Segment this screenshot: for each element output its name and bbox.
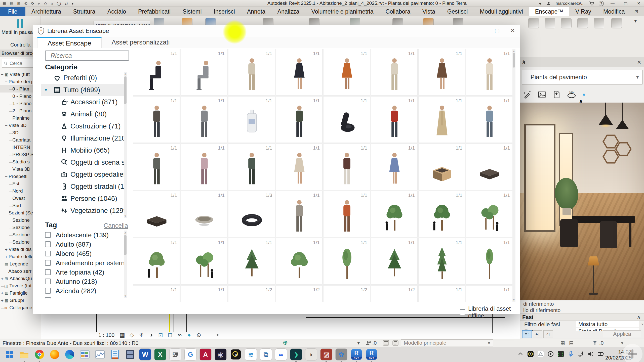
asset-search-box[interactable]	[45, 51, 129, 61]
notepad[interactable]	[109, 349, 121, 360]
design-options-select[interactable]: Modello principale ▾	[401, 339, 493, 346]
asset-card[interactable]: 1/2	[371, 285, 418, 302]
asset-card[interactable]: 1/1	[371, 144, 418, 190]
tag-clipped[interactable]	[41, 296, 127, 298]
design-options-icon[interactable]	[392, 340, 398, 346]
chevron-down-icon[interactable]: ▾	[357, 340, 360, 346]
asset-card[interactable]: 1/1	[323, 96, 370, 143]
settings-gear[interactable]: ✿	[336, 349, 347, 360]
offline-library-option[interactable]: Libreria di asset offline	[460, 305, 520, 319]
customize-qat-icon[interactable]: ▾	[72, 0, 74, 7]
chevron-down-icon[interactable]: ▾	[621, 340, 624, 346]
chevron-up-icon[interactable]	[517, 351, 524, 358]
filmora[interactable]: ❯	[290, 349, 302, 360]
asset-card[interactable]: 1/1	[133, 144, 180, 190]
vray-icon-1[interactable]	[528, 18, 539, 28]
asset-card[interactable]: 1/1	[323, 191, 370, 237]
asset-card[interactable]: 1/1	[228, 96, 275, 143]
tag-autunno-218-[interactable]: Autunno (218)	[41, 277, 127, 286]
category-animali-30-[interactable]: Animali (30)	[41, 108, 127, 120]
chevron-down-icon[interactable]: ∨	[582, 92, 586, 98]
tab-volumetrie-e-planimetria[interactable]: Volumetrie e planimetria	[305, 7, 380, 16]
edge[interactable]	[64, 349, 75, 360]
asset-card[interactable]: 1/1	[133, 285, 180, 302]
asset-card[interactable]: 1/1	[466, 49, 513, 96]
asset-card[interactable]: 1/1	[418, 285, 465, 302]
asset-card[interactable]: 1/2	[228, 285, 275, 302]
asset-card[interactable]: 1/1	[133, 238, 180, 285]
help-icon[interactable]: ?	[599, 1, 604, 6]
shadows-icon[interactable]: ◑	[147, 332, 155, 338]
file-explorer[interactable]	[19, 349, 30, 360]
tab-inserisci[interactable]: Inserisci	[208, 7, 241, 16]
windows-start[interactable]	[4, 349, 15, 360]
volume-icon[interactable]	[588, 351, 594, 358]
asset-card[interactable]: 1/1	[371, 191, 418, 237]
grid-scrollbar[interactable]: ∧ ∨	[512, 49, 515, 302]
vray-icon-5[interactable]	[594, 18, 604, 28]
dialog-title-bar[interactable]: Libreria Asset Enscape — ▢ ✕	[33, 25, 520, 37]
asset-card[interactable]: 1/2	[323, 285, 370, 302]
home-icon[interactable]: ⌂	[51, 0, 53, 7]
tag-checkbox[interactable]	[45, 251, 51, 256]
asset-card[interactable]: 1/1	[276, 144, 323, 190]
phases-section-header[interactable]: Fasi ∧	[520, 313, 644, 321]
asset-card[interactable]: 1/1	[276, 238, 323, 285]
tab-modifica[interactable]: Modifica	[597, 7, 631, 16]
save-icon[interactable]: ▤	[10, 0, 13, 7]
asset-card[interactable]: 1/1	[181, 49, 227, 96]
clear-tags-link[interactable]: Cancella	[104, 222, 128, 229]
temporary-view-icon[interactable]: ●	[185, 332, 193, 338]
project-search-input[interactable]	[9, 60, 34, 66]
tab-file[interactable]: File	[0, 7, 25, 16]
sort-az-button[interactable]: A↓	[533, 330, 542, 338]
view-scale[interactable]: 1 : 100	[98, 332, 114, 338]
vray-icon-3[interactable]	[561, 18, 572, 28]
minimize-button[interactable]: —	[608, 1, 617, 6]
render-settings-icon[interactable]: ≡	[205, 332, 212, 338]
asset-card[interactable]: 1/1	[418, 96, 465, 143]
asset-card[interactable]: 1/1	[418, 144, 465, 190]
maximize-button[interactable]: ▢	[621, 1, 630, 6]
asset-card[interactable]: 1/1	[466, 285, 513, 302]
property-row[interactable]: di riferimento	[520, 301, 644, 307]
chrome[interactable]	[34, 349, 45, 360]
asset-card[interactable]: 1/1	[323, 49, 370, 96]
property-row[interactable]: lio di riferimento	[520, 307, 644, 313]
scroll-down-icon[interactable]: ∨	[641, 322, 644, 326]
tab-vista[interactable]: Vista	[416, 7, 441, 16]
microphone-icon[interactable]	[568, 351, 574, 358]
export-doc-icon[interactable]	[552, 90, 561, 99]
cursor-app[interactable]: ➤	[230, 349, 242, 360]
thin-lines-icon[interactable]: ▦	[118, 332, 126, 338]
asset-card[interactable]: 1/1	[371, 238, 418, 285]
asset-card[interactable]: 1/1	[181, 144, 227, 190]
collapse-bar-icon[interactable]: <	[214, 332, 222, 338]
globe-icon[interactable]: ⊕	[283, 339, 288, 346]
screen-capture-icon[interactable]	[557, 351, 564, 358]
crop-view-icon[interactable]: ⊡	[157, 332, 164, 338]
visual-style-icon[interactable]: ◇	[128, 332, 136, 338]
account-icon[interactable]	[546, 1, 551, 6]
tab-annota[interactable]: Annota	[241, 7, 271, 16]
pen-display-icon[interactable]	[578, 351, 584, 358]
worksets-icon[interactable]	[383, 340, 389, 346]
category-oggetti-stradali-129-[interactable]: Oggetti stradali (129)	[41, 180, 127, 193]
tab-enscape-[interactable]: Enscape™	[529, 7, 570, 16]
asset-search-input[interactable]	[50, 52, 133, 60]
category-accessori-871-[interactable]: Accessori (871)	[41, 96, 127, 108]
blue-3d-app[interactable]: ⧉	[260, 349, 272, 360]
asset-card[interactable]: 1/1	[418, 191, 465, 237]
category-vegetazione-1299-[interactable]: Vegetazione (1299)	[41, 205, 127, 217]
revit-2[interactable]: RRVT	[366, 349, 377, 360]
isolate-icon[interactable]: ⊙	[195, 332, 203, 338]
tab-acciaio[interactable]: Acciaio	[101, 7, 132, 16]
tag-adolescente-139-[interactable]: Adolescente (139)	[41, 231, 127, 240]
asset-card[interactable]: 1/1	[181, 191, 227, 237]
word[interactable]: W	[139, 349, 151, 360]
asset-card[interactable]: 1/1	[181, 285, 227, 302]
task-manager[interactable]	[94, 349, 106, 360]
asset-card[interactable]: 1/1	[418, 238, 465, 285]
asset-card[interactable]: 1/1	[418, 49, 465, 96]
reveal-hidden-icon[interactable]: ∞	[176, 332, 183, 338]
